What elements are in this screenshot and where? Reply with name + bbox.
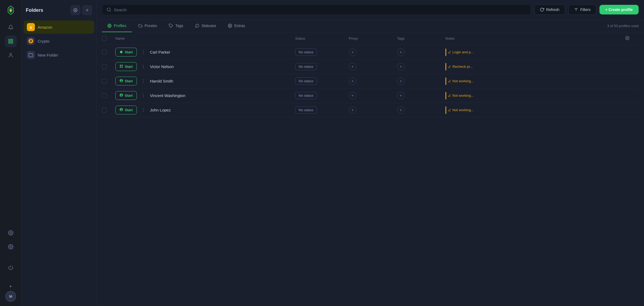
collapse-arrow[interactable]: ▲ xyxy=(8,283,13,289)
svg-point-22 xyxy=(229,25,230,26)
checkbox-2[interactable] xyxy=(102,79,107,84)
settings-icon[interactable] xyxy=(5,241,17,253)
row-checkbox-0[interactable] xyxy=(102,50,115,55)
add-tag-3[interactable]: + xyxy=(397,92,405,99)
start-button-4[interactable]: Start xyxy=(115,106,137,114)
add-tag-2[interactable]: + xyxy=(397,77,405,85)
checkbox-1[interactable] xyxy=(102,64,107,69)
start-icon-4 xyxy=(119,108,123,112)
sidebar-item-amazon[interactable]: a Amazon xyxy=(24,20,94,34)
status-badge-2[interactable]: No status xyxy=(295,77,317,85)
start-button-3[interactable]: Start xyxy=(115,91,137,100)
status-badge-3[interactable]: No status xyxy=(295,92,317,99)
row-checkbox-2[interactable] xyxy=(102,79,115,84)
start-button-2[interactable]: Start xyxy=(115,77,137,85)
status-badge-0[interactable]: No status xyxy=(295,48,317,56)
svg-rect-25 xyxy=(122,65,123,66)
proxy-cell-0[interactable]: + xyxy=(349,48,397,56)
tags-cell-1[interactable]: + xyxy=(397,63,445,70)
grid-icon[interactable] xyxy=(5,35,17,47)
add-proxy-1[interactable]: + xyxy=(349,63,356,70)
tab-proxies[interactable]: Proxies xyxy=(133,20,163,32)
checkbox-all[interactable] xyxy=(102,36,107,41)
checkbox-0[interactable] xyxy=(102,50,107,55)
table-row: Start ⋮ Victor Nelson No status + + Rech… xyxy=(102,59,639,74)
row-menu-3[interactable]: ⋮ xyxy=(140,92,147,99)
start-button-1[interactable]: Start xyxy=(115,62,137,71)
status-badge-1[interactable]: No status xyxy=(295,63,317,70)
status-cell-1: No status xyxy=(295,63,349,70)
row-checkbox-1[interactable] xyxy=(102,64,115,69)
add-proxy-2[interactable]: + xyxy=(349,77,356,85)
filters-button[interactable]: Filters xyxy=(568,5,596,15)
status-badge-4[interactable]: No status xyxy=(295,106,317,114)
row-checkbox-3[interactable] xyxy=(102,93,115,98)
start-icon-3 xyxy=(119,93,123,98)
note-cell-0[interactable]: Login and p... xyxy=(445,48,625,56)
add-proxy-0[interactable]: + xyxy=(349,48,356,56)
tags-column-header: Tags xyxy=(397,36,445,40)
proxy-cell-3[interactable]: + xyxy=(349,92,397,99)
add-proxy-3[interactable]: + xyxy=(349,92,356,99)
person-icon[interactable] xyxy=(5,49,17,61)
settings-button[interactable] xyxy=(71,5,80,15)
table-settings-icon[interactable] xyxy=(625,36,639,41)
tags-cell-4[interactable]: + xyxy=(397,106,445,114)
amazon-folder-icon: a xyxy=(27,23,35,31)
tab-statuses[interactable]: Statuses xyxy=(190,20,221,32)
tags-cell-0[interactable]: + xyxy=(397,48,445,56)
svg-point-23 xyxy=(627,38,628,39)
search-input[interactable] xyxy=(114,8,526,12)
bell-icon[interactable] xyxy=(5,21,17,33)
amazon-folder-name: Amazon xyxy=(38,25,52,29)
add-proxy-4[interactable]: + xyxy=(349,106,356,114)
note-cell-4[interactable]: Not working... xyxy=(445,106,625,114)
avatar[interactable]: Vi xyxy=(5,291,16,302)
tags-cell-2[interactable]: + xyxy=(397,77,445,85)
add-tag-4[interactable]: + xyxy=(397,106,405,114)
select-all-checkbox[interactable] xyxy=(102,36,115,41)
tab-extras[interactable]: Extras xyxy=(222,20,250,32)
row-checkbox-4[interactable] xyxy=(102,108,115,113)
note-bar-3 xyxy=(445,92,446,99)
start-button-0[interactable]: Start xyxy=(115,48,137,57)
row-menu-2[interactable]: ⋮ xyxy=(140,77,147,85)
tab-extras-label: Extras xyxy=(234,24,245,28)
proxy-cell-2[interactable]: + xyxy=(349,77,397,85)
tags-cell-3[interactable]: + xyxy=(397,92,445,99)
name-cell-4: Start ⋮ John Lopez xyxy=(115,106,295,114)
cloud-icon xyxy=(138,24,142,28)
power-icon[interactable] xyxy=(5,262,17,273)
proxy-cell-4[interactable]: + xyxy=(349,106,397,114)
row-menu-0[interactable]: ⋮ xyxy=(140,48,147,56)
svg-point-9 xyxy=(10,246,11,248)
refresh-button[interactable]: Refresh xyxy=(534,5,565,15)
cog-small-icon[interactable] xyxy=(5,227,17,239)
extras-gear-icon xyxy=(228,24,232,28)
sidebar-item-crypto[interactable]: Crypto xyxy=(24,34,94,48)
note-cell-1[interactable]: Recheck pr... xyxy=(445,63,625,70)
proxy-cell-1[interactable]: + xyxy=(349,63,397,70)
note-cell-2[interactable]: Not working... xyxy=(445,77,625,85)
add-folder-button[interactable] xyxy=(82,5,92,15)
note-cell-3[interactable]: Not working... xyxy=(445,92,625,99)
table-row: Start ⋮ John Lopez No status + + Not wor… xyxy=(102,103,639,117)
row-menu-4[interactable]: ⋮ xyxy=(140,106,147,114)
tab-profiles[interactable]: Profiles xyxy=(102,20,132,32)
table-row: Start ⋮ Vincent Washington No status + +… xyxy=(102,88,639,103)
add-tag-0[interactable]: + xyxy=(397,48,405,56)
table-row: Start ⋮ Carl Parker No status + + Login … xyxy=(102,45,639,59)
tab-tags[interactable]: Tags xyxy=(163,20,189,32)
row-menu-1[interactable]: ⋮ xyxy=(140,63,147,70)
create-profile-button[interactable]: + Create profile xyxy=(599,5,639,14)
notes-column-header: Notes xyxy=(445,36,625,40)
tab-tags-label: Tags xyxy=(175,24,183,28)
add-tag-1[interactable]: + xyxy=(397,63,405,70)
search-box[interactable] xyxy=(102,4,531,15)
checkbox-3[interactable] xyxy=(102,93,107,98)
status-cell-3: No status xyxy=(295,92,349,99)
checkbox-4[interactable] xyxy=(102,108,107,113)
start-icon-0 xyxy=(119,50,123,54)
status-column-header: Status xyxy=(295,36,349,40)
sidebar-item-new-folder[interactable]: New Folder xyxy=(24,48,94,62)
